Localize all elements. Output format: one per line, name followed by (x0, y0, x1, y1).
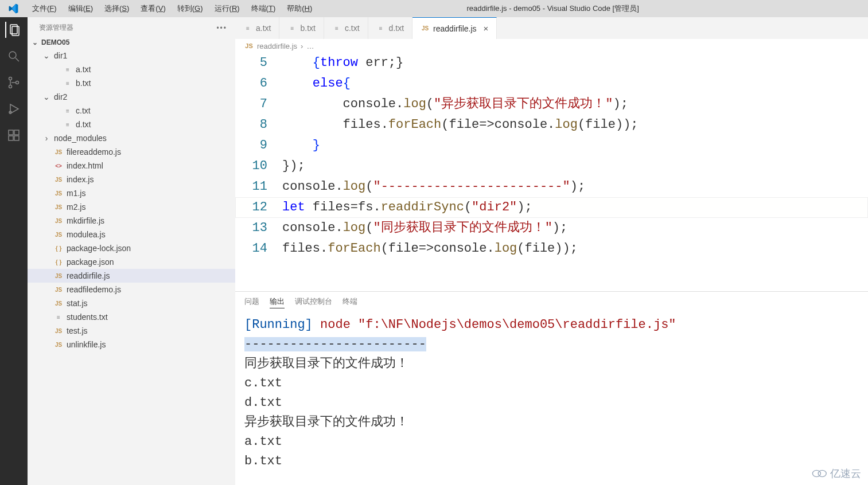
explorer-icon[interactable] (5, 22, 21, 38)
menu-item-g[interactable]: 转到(G) (172, 1, 209, 16)
line-number: 9 (235, 135, 282, 156)
code-line[interactable]: 12let files=fs.readdirSync("dir2"); (235, 197, 868, 218)
folder-dir1[interactable]: ⌄dir1 (28, 49, 235, 62)
code-line[interactable]: 6 else{ (235, 73, 868, 94)
code-line[interactable]: 9 } (235, 135, 868, 156)
file-package-lock.json[interactable]: { }package-lock.json (28, 241, 235, 255)
file-unlinkfile.js[interactable]: JSunlinkfile.js (28, 338, 235, 351)
code-text: console.log("同步获取目录下的文件成功！"); (282, 218, 567, 238)
panel-tab-终端[interactable]: 终端 (342, 296, 357, 308)
chevron-icon: ⌄ (42, 51, 50, 60)
code-line[interactable]: 11console.log("------------------------"… (235, 177, 868, 197)
js-file-icon: JS (244, 41, 254, 50)
breadcrumb[interactable]: JS readdirfile.js › … (235, 39, 868, 53)
line-number: 8 (235, 115, 282, 135)
terminal-line: 异步获取目录下的文件成功！ (244, 413, 859, 432)
file-c.txt[interactable]: ≡c.txt (28, 104, 235, 118)
tree-item-label: dir1 (54, 51, 67, 60)
tree-item-label: unlinkfile.js (67, 340, 106, 349)
tree-item-label: test.js (67, 326, 88, 335)
menu-item-s[interactable]: 选择(S) (99, 1, 135, 16)
file-b.txt[interactable]: ≡b.txt (28, 76, 235, 90)
terminal-line: ------------------------ (244, 335, 859, 354)
svg-point-2 (9, 52, 16, 58)
line-number: 14 (235, 238, 282, 259)
file-students.txt[interactable]: ≡students.txt (28, 310, 235, 324)
titlebar: 文件(F)编辑(E)选择(S)查看(V)转到(G)运行(R)终端(T)帮助(H)… (0, 0, 868, 17)
code-line[interactable]: 5 {throw err;} (235, 53, 868, 73)
project-header[interactable]: ⌄ DEMO05 (28, 36, 235, 49)
line-number: 7 (235, 94, 282, 115)
terminal-line: d.txt (244, 393, 859, 413)
line-number: 13 (235, 218, 282, 238)
svg-point-5 (9, 85, 12, 88)
file-m2.js[interactable]: JSm2.js (28, 200, 235, 214)
folder-node_modules[interactable]: ›node_modules (28, 131, 235, 145)
file-filereaddemo.js[interactable]: JSfilereaddemo.js (28, 145, 235, 159)
code-line[interactable]: 7 console.log("异步获取目录下的文件成功！"); (235, 94, 868, 115)
sidebar: 资源管理器 ••• ⌄ DEMO05 ⌄dir1≡a.txt≡b.txt⌄dir… (28, 17, 235, 485)
file-d.txt[interactable]: ≡d.txt (28, 118, 235, 131)
svg-point-6 (16, 81, 19, 84)
extensions-icon[interactable] (6, 127, 22, 143)
tree-item-label: modulea.js (67, 230, 106, 239)
line-number: 6 (235, 73, 282, 94)
tree-item-label: readfiledemo.js (67, 285, 121, 294)
menu-item-v[interactable]: 查看(V) (135, 1, 171, 16)
file-tree: ⌄dir1≡a.txt≡b.txt⌄dir2≡c.txt≡d.txt›node_… (28, 49, 235, 351)
tab-c-txt[interactable]: ≡c.txt (324, 17, 368, 39)
code-text: files.forEach(file=>console.log(file)); (282, 115, 639, 135)
tree-item-label: c.txt (76, 106, 91, 115)
svg-rect-9 (14, 130, 19, 135)
menu-item-e[interactable]: 编辑(E) (63, 1, 99, 16)
code-line[interactable]: 13console.log("同步获取目录下的文件成功！"); (235, 218, 868, 238)
tree-item-label: package.json (67, 257, 114, 267)
svg-rect-11 (14, 136, 19, 140)
terminal-output[interactable]: [Running] node "f:\NF\Nodejs\demos\demo0… (235, 312, 868, 485)
panel-tab-问题[interactable]: 问题 (244, 296, 259, 308)
close-icon[interactable]: × (484, 24, 489, 33)
code-line[interactable]: 10}); (235, 156, 868, 177)
panel-tab-输出[interactable]: 输出 (270, 296, 285, 308)
code-editor[interactable]: 5 {throw err;}6 else{7 console.log("异步获取… (235, 53, 868, 291)
file-mkdirfile.js[interactable]: JSmkdirfile.js (28, 214, 235, 228)
file-index.js[interactable]: JSindex.js (28, 173, 235, 186)
tree-item-label: a.txt (76, 65, 91, 74)
panel-tab-调试控制台[interactable]: 调试控制台 (295, 296, 332, 308)
folder-dir2[interactable]: ⌄dir2 (28, 90, 235, 104)
file-readfiledemo.js[interactable]: JSreadfiledemo.js (28, 283, 235, 296)
run-debug-icon[interactable] (6, 101, 22, 117)
menu-item-f[interactable]: 文件(F) (26, 1, 63, 16)
more-actions-icon[interactable]: ••• (216, 24, 227, 32)
file-test.js[interactable]: JStest.js (28, 324, 235, 338)
watermark: 亿速云 (812, 467, 861, 480)
source-control-icon[interactable] (6, 75, 22, 91)
code-line[interactable]: 14files.forEach(file=>console.log(file))… (235, 238, 868, 259)
file-stat.js[interactable]: JSstat.js (28, 296, 235, 310)
tree-item-label: readdirfile.js (67, 271, 110, 280)
tab-b-txt[interactable]: ≡b.txt (279, 17, 324, 39)
file-modulea.js[interactable]: JSmodulea.js (28, 228, 235, 241)
code-text: console.log("异步获取目录下的文件成功！"); (282, 94, 628, 115)
file-a.txt[interactable]: ≡a.txt (28, 62, 235, 76)
terminal-line: [Running] node "f:\NF\Nodejs\demos\demo0… (244, 315, 859, 335)
terminal-line: c.txt (244, 374, 859, 393)
tab-a-txt[interactable]: ≡a.txt (235, 17, 279, 39)
chevron-down-icon: ⌄ (31, 38, 39, 46)
file-m1.js[interactable]: JSm1.js (28, 186, 235, 200)
menu-item-r[interactable]: 运行(R) (209, 1, 246, 16)
tree-item-label: index.html (67, 161, 103, 170)
menu-item-t[interactable]: 终端(T) (246, 1, 282, 16)
tab-d-txt[interactable]: ≡d.txt (368, 17, 412, 39)
tab-readdirfile-js[interactable]: JSreaddirfile.js× (412, 17, 497, 39)
code-text: else{ (282, 73, 351, 94)
file-package.json[interactable]: { }package.json (28, 255, 235, 269)
file-index.html[interactable]: <>index.html (28, 159, 235, 173)
tree-item-label: index.js (67, 175, 94, 184)
menu-item-h[interactable]: 帮助(H) (281, 1, 318, 16)
file-readdirfile.js[interactable]: JSreaddirfile.js (28, 269, 235, 283)
code-text: let files=fs.readdirSync("dir2"); (282, 197, 532, 218)
vscode-logo-icon (0, 3, 26, 14)
code-line[interactable]: 8 files.forEach(file=>console.log(file))… (235, 115, 868, 135)
search-icon[interactable] (6, 48, 22, 64)
